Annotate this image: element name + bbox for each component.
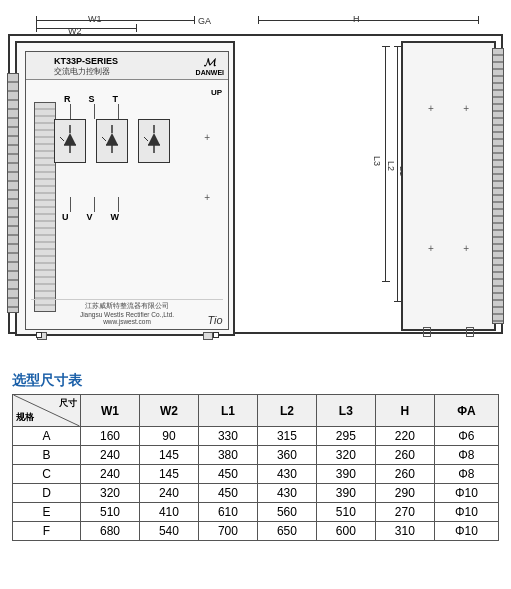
svg-line-14 <box>144 137 148 141</box>
cell-h: 260 <box>375 446 434 465</box>
thyristors-row <box>54 119 170 163</box>
h-left-tick <box>258 16 259 24</box>
w1-dim-line <box>36 20 194 21</box>
cell-l1: 450 <box>198 484 257 503</box>
inner-terminal-bar <box>34 102 56 312</box>
table-row: C 240 145 450 430 390 260 Φ8 <box>13 465 499 484</box>
cell-w1: 680 <box>81 522 140 541</box>
mount-hole-br <box>213 332 219 338</box>
cross-side-4: + <box>463 243 469 254</box>
main-container: W1 W2 GA H KT33P-SERIES 交流电力控制器 <box>0 0 511 589</box>
l3-label: L3 <box>372 156 382 166</box>
w2-dim-line <box>36 28 136 29</box>
company-cn: 江苏威斯特整流器有限公司 <box>31 302 223 311</box>
col-l2: L2 <box>257 395 316 427</box>
thyristor-1 <box>54 119 86 163</box>
diag-bottom: 规格 <box>16 411 34 424</box>
cell-spec: E <box>13 503 81 522</box>
cell-spec: F <box>13 522 81 541</box>
cell-l3: 320 <box>316 446 375 465</box>
v-label: V <box>87 212 93 222</box>
svg-line-4 <box>60 137 64 141</box>
cell-w2: 90 <box>139 427 198 446</box>
table-section: 选型尺寸表 尺寸 规格 W1 W2 L1 L2 L3 H <box>8 372 503 541</box>
table-row: F 680 540 700 650 600 310 Φ10 <box>13 522 499 541</box>
h-dim-line <box>258 20 478 21</box>
w-label: W <box>111 212 120 222</box>
col-phi: ΦA <box>434 395 498 427</box>
device-logo: 𝓜 DANWEI <box>196 56 224 76</box>
h-label: H <box>353 14 360 24</box>
cross-side-1: + <box>428 103 434 114</box>
table-row: B 240 145 380 360 320 260 Φ8 <box>13 446 499 465</box>
thyristor-3 <box>138 119 170 163</box>
u-label: U <box>62 212 69 222</box>
col-w1: W1 <box>81 395 140 427</box>
device-side: + + + + <box>401 41 496 331</box>
brand-name: DANWEI <box>196 69 224 76</box>
thyristor-2 <box>96 119 128 163</box>
diagonal-header: 尺寸 规格 <box>13 395 81 427</box>
cell-w1: 320 <box>81 484 140 503</box>
cell-h: 270 <box>375 503 434 522</box>
cell-phi: Φ8 <box>434 446 498 465</box>
cell-w1: 510 <box>81 503 140 522</box>
w2-right-tick <box>136 24 137 32</box>
cross-1: + <box>204 132 210 143</box>
w1-left-tick <box>36 16 37 24</box>
cell-l1: 610 <box>198 503 257 522</box>
cell-h: 220 <box>375 427 434 446</box>
device-front: KT33P-SERIES 交流电力控制器 𝓜 DANWEI UP R S T <box>15 41 235 336</box>
mount-hole-bl <box>36 332 42 338</box>
right-terminal-strip <box>492 48 504 324</box>
drawing-border: KT33P-SERIES 交流电力控制器 𝓜 DANWEI UP R S T <box>8 34 503 334</box>
cell-w2: 145 <box>139 446 198 465</box>
cell-phi: Φ6 <box>434 427 498 446</box>
col-w2: W2 <box>139 395 198 427</box>
device-inner: KT33P-SERIES 交流电力控制器 𝓜 DANWEI UP R S T <box>25 51 229 330</box>
cell-w2: 540 <box>139 522 198 541</box>
svg-line-9 <box>102 137 106 141</box>
r-label: R <box>64 94 71 104</box>
rst-labels: R S T <box>64 94 118 104</box>
ga-label: GA <box>198 16 211 26</box>
cell-w2: 145 <box>139 465 198 484</box>
w2-left-tick <box>36 24 37 32</box>
table-row: D 320 240 450 430 390 290 Φ10 <box>13 484 499 503</box>
cross-side-2: + <box>463 103 469 114</box>
up-label: UP <box>211 88 222 97</box>
bottom-tick-right-side <box>466 327 474 337</box>
cell-w2: 410 <box>139 503 198 522</box>
cell-l2: 315 <box>257 427 316 446</box>
cell-l1: 450 <box>198 465 257 484</box>
dim-right-labels: L3 L2 L1 <box>366 41 386 331</box>
table-row: E 510 410 610 560 510 270 Φ10 <box>13 503 499 522</box>
cell-phi: Φ10 <box>434 503 498 522</box>
cell-phi: Φ10 <box>434 522 498 541</box>
cell-w1: 240 <box>81 446 140 465</box>
cell-l3: 390 <box>316 484 375 503</box>
cell-h: 310 <box>375 522 434 541</box>
cell-w2: 240 <box>139 484 198 503</box>
cell-l2: 650 <box>257 522 316 541</box>
cell-l3: 295 <box>316 427 375 446</box>
cell-phi: Φ10 <box>434 484 498 503</box>
svg-marker-11 <box>148 133 160 145</box>
table-title: 选型尺寸表 <box>12 372 499 390</box>
website: www.jswest.com <box>31 318 223 325</box>
cell-l1: 700 <box>198 522 257 541</box>
w1-right-tick <box>194 16 195 24</box>
cell-l1: 330 <box>198 427 257 446</box>
cell-l2: 430 <box>257 465 316 484</box>
cell-l3: 510 <box>316 503 375 522</box>
uvw-labels: U V W <box>62 212 119 222</box>
cell-spec: C <box>13 465 81 484</box>
cell-w1: 160 <box>81 427 140 446</box>
bottom-tick-left-side <box>423 327 431 337</box>
company-info: 江苏威斯特整流器有限公司 Jiangsu WestIs Rectifier Co… <box>31 299 223 325</box>
cell-h: 260 <box>375 465 434 484</box>
cell-l3: 600 <box>316 522 375 541</box>
l2-label: L2 <box>386 161 396 171</box>
cross-side-3: + <box>428 243 434 254</box>
drawing-wrapper: W1 W2 GA H KT33P-SERIES 交流电力控制器 <box>8 16 503 356</box>
